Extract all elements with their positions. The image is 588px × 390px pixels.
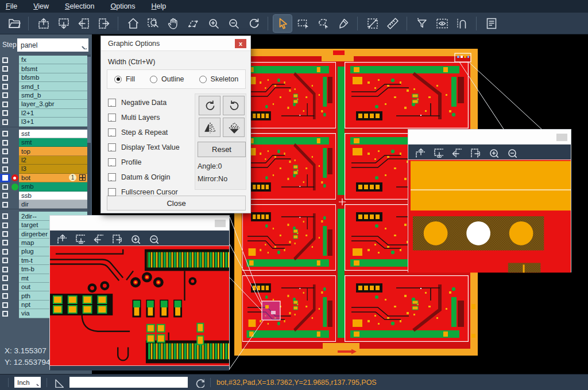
- layer-visibility-checkbox[interactable]: [0, 156, 10, 165]
- layer-row-bot[interactable]: bot1: [0, 174, 87, 182]
- view-options-button[interactable]: [432, 15, 451, 32]
- checkbox-multi-layers[interactable]: Multi Layers: [108, 112, 160, 123]
- layer-name[interactable]: smd_t: [19, 82, 87, 91]
- layer-row-l3[interactable]: l3: [0, 165, 87, 173]
- checkbox-fullscreen-cursor[interactable]: Fullscreen Cursor: [108, 186, 178, 198]
- layer-visibility-checkbox[interactable]: [0, 200, 10, 209]
- reset-button[interactable]: Reset: [198, 142, 246, 157]
- layer-name[interactable]: l3+1: [19, 118, 87, 126]
- layer-visibility-checkbox[interactable]: [0, 165, 10, 173]
- zoom-previous-button[interactable]: [244, 15, 262, 32]
- pan-button[interactable]: [164, 15, 182, 32]
- command-input[interactable]: [69, 377, 188, 388]
- checkbox-step-repeat[interactable]: Step & Repeat: [108, 127, 168, 138]
- layer-name[interactable]: l3: [19, 165, 87, 173]
- layer-row-sst[interactable]: sst: [0, 130, 87, 138]
- page-right-button[interactable]: [94, 15, 113, 32]
- layer-row-fx[interactable]: fx: [0, 56, 87, 64]
- layer-name[interactable]: sst: [19, 130, 87, 138]
- layer-row-dir[interactable]: dir: [0, 200, 87, 209]
- radio-skeleton[interactable]: Skeleton: [199, 75, 239, 83]
- layer-visibility-checkbox[interactable]: [0, 147, 10, 155]
- layer-visibility-checkbox[interactable]: [0, 309, 10, 318]
- rotate-cw-button[interactable]: [199, 96, 220, 115]
- menu-item-help[interactable]: Help: [152, 2, 167, 10]
- open-button[interactable]: [5, 15, 23, 32]
- page-left-button[interactable]: [74, 15, 92, 32]
- measure-button[interactable]: [363, 15, 381, 32]
- layer-visibility-checkbox[interactable]: [0, 138, 10, 147]
- layer-name[interactable]: top: [19, 147, 87, 155]
- rotate-ccw-button[interactable]: [223, 96, 245, 115]
- pan-left-button[interactable]: [92, 233, 103, 244]
- layer-row-bfsmb[interactable]: bfsmb: [0, 73, 87, 82]
- pan-down-button[interactable]: [432, 147, 443, 158]
- select-button[interactable]: [273, 15, 292, 32]
- refresh-icon[interactable]: [194, 377, 204, 388]
- layer-visibility-checkbox[interactable]: [0, 247, 10, 256]
- step-select[interactable]: panel: [17, 38, 88, 52]
- layer-visibility-checkbox[interactable]: [0, 229, 10, 238]
- pan-down-button[interactable]: [74, 233, 85, 244]
- dialog-titlebar[interactable]: Graphic Options x: [101, 36, 250, 51]
- layer-visibility-checkbox[interactable]: [0, 182, 10, 191]
- layer-name[interactable]: smt: [19, 138, 87, 147]
- report-button[interactable]: [482, 15, 500, 32]
- layer-visibility-checkbox[interactable]: [0, 256, 10, 265]
- zoom-out-button[interactable]: [506, 147, 517, 158]
- pan-right-button[interactable]: [111, 233, 122, 244]
- window-button[interactable]: [556, 134, 567, 141]
- pcb-zoom-view-traces[interactable]: [50, 245, 229, 366]
- checkbox-profile[interactable]: Profile: [108, 157, 141, 168]
- menu-item-options[interactable]: Options: [110, 2, 135, 10]
- checkbox-display-text-value[interactable]: Display Text Value: [108, 142, 180, 153]
- layer-row-bfsmt[interactable]: bfsmt: [0, 64, 87, 73]
- layer-row-smt[interactable]: smt: [0, 138, 87, 147]
- layer-name[interactable]: fx: [19, 56, 87, 64]
- zoom-in-button[interactable]: [129, 233, 140, 244]
- layer-name[interactable]: bot1: [19, 174, 87, 182]
- ruler-button[interactable]: [383, 15, 401, 32]
- layer-row-smd_t[interactable]: smd_t: [0, 82, 87, 91]
- layer-name[interactable]: smd_b: [19, 91, 87, 100]
- filter-button[interactable]: [412, 15, 431, 32]
- layer-visibility-checkbox[interactable]: [0, 239, 10, 247]
- layer-row-l2[interactable]: l2: [0, 156, 87, 165]
- corner-snap-icon[interactable]: [53, 377, 64, 388]
- page-up-button[interactable]: [34, 15, 52, 32]
- layer-row-smd_b[interactable]: smd_b: [0, 91, 87, 100]
- layer-visibility-checkbox[interactable]: [0, 82, 10, 91]
- layer-name[interactable]: ssb: [19, 192, 87, 200]
- zoom-in-button[interactable]: [204, 15, 222, 32]
- layer-visibility-checkbox[interactable]: [0, 301, 10, 309]
- layer-visibility-checkbox[interactable]: [0, 174, 10, 182]
- layer-row-ssb[interactable]: ssb: [0, 192, 87, 200]
- layer-name[interactable]: dir: [19, 200, 87, 209]
- zoom-out-button[interactable]: [148, 233, 158, 244]
- layer-visibility-checkbox[interactable]: [0, 109, 10, 118]
- pan-up-button[interactable]: [56, 233, 67, 244]
- layer-row-smb[interactable]: smb: [0, 182, 87, 191]
- zoom-out-button[interactable]: [224, 15, 242, 32]
- select-rectangle-button[interactable]: [293, 15, 312, 32]
- pan-up-button[interactable]: [414, 147, 425, 158]
- flip-horizontal-button[interactable]: [199, 118, 220, 137]
- zoom-in-button[interactable]: [488, 147, 498, 158]
- layer-visibility-checkbox[interactable]: [0, 130, 10, 138]
- checkbox-negative-data[interactable]: Negative Data: [108, 97, 167, 108]
- page-down-button[interactable]: [54, 15, 72, 32]
- layer-visibility-checkbox[interactable]: [0, 56, 10, 64]
- pan-right-button[interactable]: [469, 147, 480, 158]
- layer-row-l3+1[interactable]: l3+1: [0, 118, 87, 126]
- layer-name[interactable]: l2: [19, 156, 87, 165]
- layer-visibility-checkbox[interactable]: [0, 221, 10, 229]
- pan-left-button[interactable]: [451, 147, 462, 158]
- unit-select[interactable]: Inch: [14, 377, 41, 388]
- layer-visibility-checkbox[interactable]: [0, 64, 10, 73]
- checkbox-datum-origin[interactable]: Datum & Origin: [108, 171, 170, 183]
- layer-visibility-checkbox[interactable]: [0, 283, 10, 291]
- close-icon[interactable]: x: [235, 39, 246, 48]
- zoom-window-titlebar[interactable]: [408, 130, 571, 145]
- zoom-window-detail[interactable]: [49, 215, 230, 370]
- layer-visibility-checkbox[interactable]: [0, 265, 10, 274]
